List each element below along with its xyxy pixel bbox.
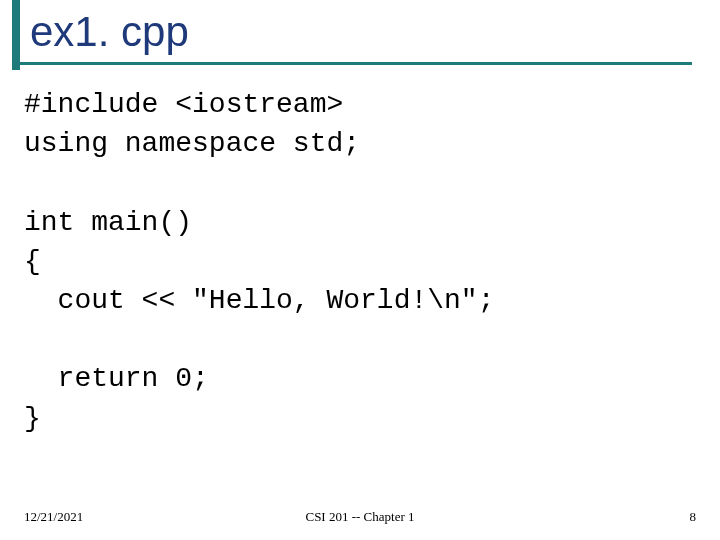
code-line: #include <iostream> bbox=[24, 89, 343, 120]
code-line: } bbox=[24, 403, 41, 434]
code-line: cout << "Hello, World!\n"; bbox=[24, 285, 494, 316]
slide-title: ex1. cpp bbox=[30, 8, 189, 56]
code-line: using namespace std; bbox=[24, 128, 360, 159]
code-line: return 0; bbox=[24, 363, 209, 394]
code-block: #include <iostream> using namespace std;… bbox=[24, 85, 494, 438]
code-line: { bbox=[24, 246, 41, 277]
title-underline bbox=[12, 62, 692, 65]
footer-center: CSI 201 -- Chapter 1 bbox=[248, 509, 472, 525]
slide-footer: 12/21/2021 CSI 201 -- Chapter 1 8 bbox=[24, 509, 696, 525]
title-accent-bar bbox=[12, 0, 20, 70]
code-line: int main() bbox=[24, 207, 192, 238]
footer-page-number: 8 bbox=[472, 509, 696, 525]
footer-date: 12/21/2021 bbox=[24, 509, 248, 525]
